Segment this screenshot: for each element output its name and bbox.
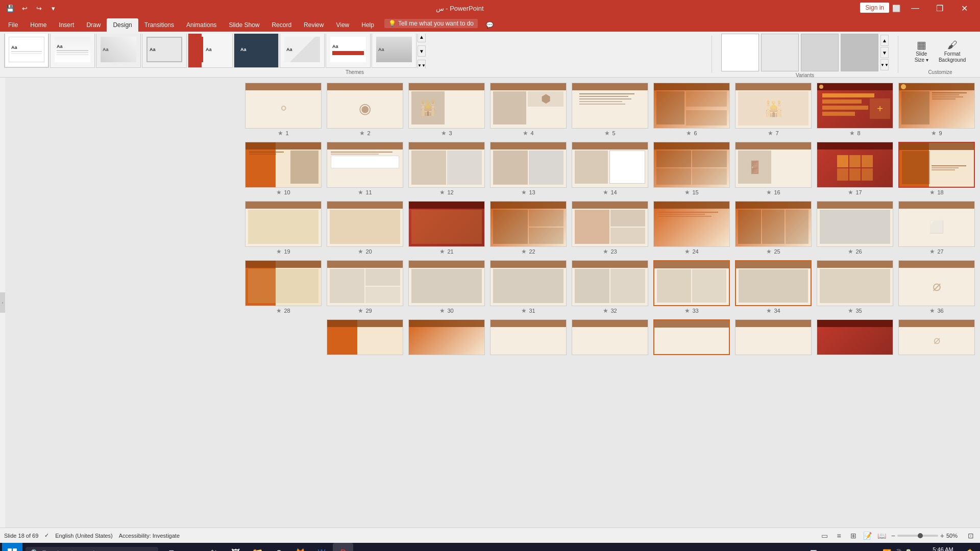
slide-thumb-40[interactable] xyxy=(572,319,648,355)
slide-thumb-33[interactable] xyxy=(653,260,730,306)
restore-button[interactable]: ❐ xyxy=(928,0,951,16)
slide-item-17[interactable]: ★ 17 xyxy=(817,142,893,196)
variant-3[interactable] xyxy=(801,34,839,71)
slide-thumb-7[interactable]: 🕌 xyxy=(735,83,812,129)
slide-thumb-4[interactable]: ⬢ xyxy=(490,83,567,129)
theme-2[interactable]: Aa xyxy=(50,34,95,68)
slide-item-32[interactable]: ★ 32 xyxy=(572,260,648,314)
tell-me-input[interactable]: 💡 Tell me what you want to do xyxy=(384,19,478,28)
slide-36-star[interactable]: ★ xyxy=(929,307,935,314)
slide-14-star[interactable]: ★ xyxy=(603,189,608,196)
language-indicator[interactable]: English (United States) xyxy=(55,533,113,539)
slide-item-23[interactable]: ★ 23 xyxy=(572,201,648,255)
slide-item-36[interactable]: ⌀ ★ 36 xyxy=(898,260,975,314)
slide-10-star[interactable]: ★ xyxy=(276,189,282,196)
slide-item-2[interactable]: ◉ ★ 2 xyxy=(327,83,403,137)
photos-button[interactable]: 🖼 xyxy=(226,543,246,551)
slide-thumb-16[interactable]: 🚪 xyxy=(735,142,812,188)
slide-2-star[interactable]: ★ xyxy=(359,130,365,137)
variants-scroll-down[interactable]: ▼ xyxy=(880,47,889,58)
slide-29-star[interactable]: ★ xyxy=(358,307,363,314)
slide-thumb-22[interactable] xyxy=(490,201,567,247)
slide-item-11[interactable]: ★ 11 xyxy=(327,142,403,196)
notes-page-button[interactable]: 📝 xyxy=(863,531,873,541)
slide-item-30[interactable]: ★ 30 xyxy=(408,260,485,314)
slide-4-star[interactable]: ★ xyxy=(523,130,528,137)
slide-thumb-2[interactable]: ◉ xyxy=(327,83,403,129)
slide-item-39[interactable] xyxy=(490,319,567,355)
slide-item-27[interactable]: ⬜ ★ 27 xyxy=(898,201,975,255)
slide-size-button[interactable]: ▦ SlideSize ▾ xyxy=(911,37,933,65)
chrome-button[interactable]: ⊙ xyxy=(268,543,289,551)
save-button[interactable]: 💾 xyxy=(4,2,16,14)
slide-item-9[interactable]: ★ 9 xyxy=(898,83,975,137)
slide-15-star[interactable]: ★ xyxy=(684,189,690,196)
slide-8-star[interactable]: ★ xyxy=(849,130,855,137)
panel-collapse-button[interactable]: ‹ xyxy=(0,292,5,313)
tab-review[interactable]: Review xyxy=(298,18,330,32)
slide-item-14[interactable]: ★ 14 xyxy=(572,142,648,196)
theme-5[interactable]: Aa xyxy=(188,34,233,68)
tab-record[interactable]: Record xyxy=(265,18,298,32)
spelling-check-icon[interactable]: ✓ xyxy=(44,532,49,539)
slide-item-19[interactable]: ★ 19 xyxy=(245,201,322,255)
slide-thumb-30[interactable] xyxy=(408,260,485,306)
slide-thumb-29[interactable] xyxy=(327,260,403,306)
word-button[interactable]: W xyxy=(311,543,332,551)
slide-thumb-32[interactable] xyxy=(572,260,648,306)
variant-4[interactable] xyxy=(841,34,878,71)
slide-5-star[interactable]: ★ xyxy=(604,130,610,137)
slide-9-star[interactable]: ★ xyxy=(931,130,937,137)
theme-7[interactable]: Aa xyxy=(280,34,325,68)
slide-6-star[interactable]: ★ xyxy=(686,130,692,137)
slide-thumb-44[interactable]: ⌀ xyxy=(898,319,975,355)
slide-thumb-43[interactable] xyxy=(817,319,893,355)
slide-thumb-23[interactable] xyxy=(572,201,648,247)
redo-button[interactable]: ↪ xyxy=(33,2,45,14)
slide-item-5[interactable]: ★ 5 xyxy=(572,83,648,137)
start-button[interactable] xyxy=(2,543,22,551)
theme-1[interactable]: Aa xyxy=(4,34,49,68)
slide-thumb-14[interactable] xyxy=(572,142,648,188)
slide-item-33[interactable]: ★ 33 xyxy=(653,260,730,314)
slide-3-star[interactable]: ★ xyxy=(441,130,447,137)
slide-34-star[interactable]: ★ xyxy=(766,307,772,314)
tab-draw[interactable]: Draw xyxy=(80,18,107,32)
variant-1[interactable] xyxy=(721,34,759,71)
variants-scroll-more[interactable]: ▼▼ xyxy=(880,59,889,70)
slide-thumb-37[interactable] xyxy=(327,319,403,355)
slide-27-star[interactable]: ★ xyxy=(929,248,935,255)
slide-thumb-38[interactable] xyxy=(408,319,485,355)
clock[interactable]: 5:46 AM 6/14/2023 xyxy=(926,546,960,551)
sign-in-button[interactable]: Sign in xyxy=(860,3,889,13)
slide-thumb-10[interactable] xyxy=(245,142,322,188)
reading-view-button[interactable]: 📖 xyxy=(877,531,887,541)
fit-to-window-button[interactable]: ⊡ xyxy=(966,531,976,541)
slide-32-star[interactable]: ★ xyxy=(603,307,608,314)
slide-1-star[interactable]: ★ xyxy=(278,130,283,137)
slide-33-star[interactable]: ★ xyxy=(684,307,690,314)
powerpoint-button[interactable]: P xyxy=(333,543,353,551)
slide-item-31[interactable]: ★ 31 xyxy=(490,260,567,314)
slide-thumb-42[interactable] xyxy=(735,319,812,355)
slide-13-star[interactable]: ★ xyxy=(521,189,527,196)
tab-view[interactable]: View xyxy=(330,18,355,32)
slide-item-26[interactable]: ★ 26 xyxy=(817,201,893,255)
slide-thumb-13[interactable] xyxy=(490,142,567,188)
customize-qa-button[interactable]: ▾ xyxy=(47,2,59,14)
slide-25-star[interactable]: ★ xyxy=(766,248,772,255)
tab-animations[interactable]: Animations xyxy=(180,18,223,32)
slide-item-3[interactable]: 🕌 ★ 3 xyxy=(408,83,485,137)
slide-sorter-button[interactable]: ⊞ xyxy=(848,531,859,541)
close-button[interactable]: ✕ xyxy=(952,0,976,16)
slide-17-star[interactable]: ★ xyxy=(848,189,853,196)
slide-30-star[interactable]: ★ xyxy=(439,307,445,314)
format-background-button[interactable]: 🖌 FormatBackground xyxy=(935,37,970,65)
slide-item-34[interactable]: ★ 34 xyxy=(735,260,812,314)
tab-file[interactable]: File xyxy=(2,18,24,32)
slide-item-29[interactable]: ★ 29 xyxy=(327,260,403,314)
theme-8[interactable]: Aa xyxy=(326,34,371,68)
slide-thumb-21[interactable] xyxy=(408,201,485,247)
zoom-out-button[interactable]: − xyxy=(891,532,895,540)
slide-item-24[interactable]: ★ 24 xyxy=(653,201,730,255)
